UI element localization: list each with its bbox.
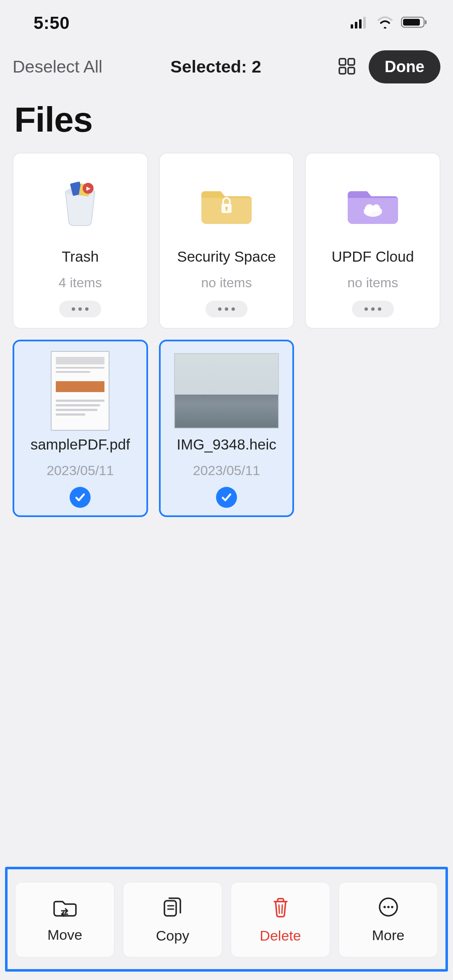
file-date: 2023/05/11 [193, 463, 260, 478]
svg-point-27 [383, 906, 386, 908]
delete-button[interactable]: Delete [231, 882, 330, 957]
battery-icon [401, 16, 428, 30]
locked-folder-icon [197, 165, 256, 241]
trash-icon [53, 165, 107, 241]
status-indicators [351, 16, 428, 30]
action-label: More [372, 927, 404, 944]
file-card-samplepdf[interactable]: samplePDF.pdf 2023/05/11 [13, 340, 148, 517]
svg-point-20 [372, 204, 380, 212]
file-name: samplePDF.pdf [31, 436, 130, 453]
svg-rect-17 [226, 208, 227, 211]
image-thumbnail [174, 353, 279, 429]
svg-rect-21 [164, 901, 176, 916]
selection-toolbar: Deselect All Selected: 2 Done [0, 46, 453, 92]
more-icon[interactable] [59, 301, 101, 317]
folder-name: Security Space [177, 248, 276, 265]
folder-item-count: no items [201, 275, 252, 291]
folder-item-count: 4 items [59, 275, 102, 291]
bottom-action-bar: Move Copy [5, 867, 448, 972]
status-bar: 5:50 [0, 0, 453, 46]
svg-line-24 [279, 905, 279, 913]
selected-checkmark-icon [70, 487, 91, 508]
wifi-icon [377, 16, 393, 30]
page-title: Files [0, 92, 453, 153]
selected-checkmark-icon [216, 487, 237, 508]
file-date: 2023/05/11 [47, 463, 114, 478]
svg-line-25 [282, 905, 282, 913]
copy-icon [161, 896, 185, 920]
svg-point-29 [391, 906, 393, 908]
action-label: Delete [260, 928, 301, 944]
file-card-img9348[interactable]: IMG_9348.heic 2023/05/11 [159, 340, 294, 517]
svg-rect-10 [348, 68, 354, 74]
grid-view-icon[interactable] [338, 57, 356, 77]
folder-name: UPDF Cloud [331, 248, 414, 265]
trash-icon [270, 896, 291, 920]
action-label: Move [47, 927, 82, 943]
status-time: 5:50 [34, 13, 70, 33]
svg-point-28 [387, 906, 390, 908]
more-button[interactable]: More [338, 882, 438, 957]
done-button[interactable]: Done [369, 50, 440, 83]
files-grid: Trash 4 items Security Space no items [0, 153, 453, 517]
copy-button[interactable]: Copy [123, 882, 222, 957]
svg-rect-0 [351, 24, 353, 29]
cellular-icon [351, 16, 369, 30]
more-circle-icon [378, 896, 399, 920]
svg-rect-1 [355, 22, 357, 29]
svg-rect-2 [359, 19, 362, 29]
svg-rect-7 [339, 59, 346, 65]
more-icon[interactable] [352, 301, 394, 317]
svg-rect-5 [425, 20, 427, 24]
folder-card-security-space[interactable]: Security Space no items [159, 153, 294, 329]
action-label: Copy [156, 928, 189, 944]
file-name: IMG_9348.heic [177, 436, 276, 453]
cloud-folder-icon [344, 165, 402, 241]
folder-name: Trash [62, 248, 99, 265]
folder-card-updf-cloud[interactable]: UPDF Cloud no items [305, 153, 440, 329]
folder-item-count: no items [347, 275, 398, 291]
move-button[interactable]: Move [15, 882, 115, 957]
selection-count-label: Selected: 2 [102, 57, 329, 77]
deselect-all-button[interactable]: Deselect All [13, 57, 102, 77]
svg-rect-9 [339, 68, 346, 74]
more-icon[interactable] [206, 301, 247, 317]
move-icon [53, 897, 77, 919]
svg-rect-6 [403, 19, 420, 26]
pdf-thumbnail [51, 353, 109, 429]
svg-rect-3 [363, 17, 366, 29]
svg-rect-8 [348, 59, 354, 65]
folder-card-trash[interactable]: Trash 4 items [13, 153, 148, 329]
